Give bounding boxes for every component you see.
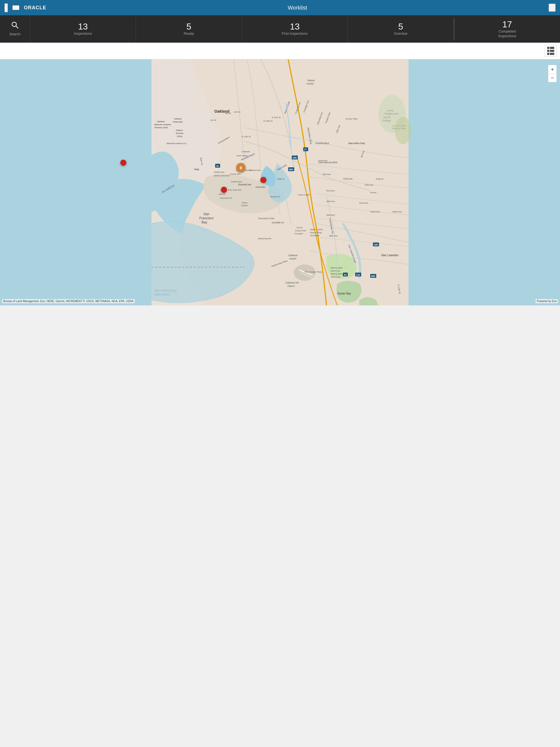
svg-text:73rd Ave: 73rd Ave [343, 177, 353, 180]
svg-text:Golf Links: Golf Links [331, 269, 340, 272]
svg-text:185: 185 [374, 243, 378, 246]
svg-text:112: 112 [356, 274, 360, 276]
svg-text:Airport: Airport [289, 257, 297, 260]
first-inspections-number: 13 [290, 22, 300, 31]
svg-text:Matson: Matson [176, 129, 183, 131]
overdue-number: 5 [399, 22, 403, 31]
svg-text:Corica Golf: Corica Golf [295, 229, 306, 232]
svg-text:Metropolitan: Metropolitan [331, 266, 342, 269]
app-header: ORACLE Worklist [0, 0, 560, 15]
zoom-out-button[interactable]: − [548, 74, 557, 82]
svg-text:E 12th St: E 12th St [242, 135, 251, 138]
svg-text:Alameda: Alameda [255, 186, 265, 188]
svg-text:Ron Cowan Pkwy: Ron Cowan Pkwy [305, 271, 322, 273]
svg-text:70th Ave: 70th Ave [322, 173, 331, 176]
first-inspections-label: First Inspections [282, 31, 308, 36]
svg-text:E 24th St: E 24th St [263, 120, 273, 122]
list-view-button[interactable] [545, 45, 557, 57]
svg-text:Martin Luther: Martin Luther [310, 228, 323, 231]
map-pin-1[interactable] [120, 160, 126, 166]
more-options-button[interactable] [549, 4, 556, 12]
svg-text:880: 880 [289, 168, 293, 171]
map-zoom-controls: + − [548, 65, 557, 82]
svg-text:San Jose Ave: San Jose Ave [228, 189, 241, 191]
svg-text:Francisco: Francisco [199, 216, 213, 220]
svg-text:Shore: Shore [242, 202, 248, 204]
svg-text:Haig: Haig [194, 168, 199, 171]
svg-text:Otis Dr: Otis Dr [219, 193, 225, 196]
svg-text:Pacific Ave: Pacific Ave [214, 171, 225, 173]
svg-text:Metropolitan: Metropolitan [331, 273, 342, 275]
svg-text:Airport: Airport [287, 285, 295, 287]
svg-text:880: 880 [371, 275, 375, 278]
svg-text:90th Ave: 90th Ave [327, 214, 335, 216]
oracle-logo: ORACLE [24, 5, 46, 11]
svg-text:Lions Creek: Lions Creek [298, 194, 310, 196]
inspections-number: 13 [78, 22, 88, 31]
svg-text:77: 77 [304, 148, 307, 151]
ready-stat[interactable]: 5 Ready [136, 15, 242, 43]
toolbar [0, 43, 560, 59]
svg-line-1 [16, 26, 18, 28]
svg-text:Shoreline Park: Shoreline Park [258, 217, 275, 220]
svg-text:92nd Ave: 92nd Ave [359, 202, 368, 204]
svg-text:Alameda-Oakland Fry: Alameda-Oakland Fry [167, 142, 186, 145]
stats-bar: Search 13 Inspections 5 Ready 13 First I… [0, 15, 560, 43]
svg-text:Oakland: Oakland [157, 120, 164, 123]
map-pin-2[interactable] [221, 187, 227, 193]
svg-text:Golf Links: Golf Links [331, 276, 340, 278]
svg-text:San Leandro: San Leandro [381, 254, 399, 257]
search-label: Search [9, 32, 21, 36]
svg-text:3rd St: 3rd St [210, 119, 216, 121]
svg-text:62nd Ave: 62nd Ave [318, 159, 328, 162]
svg-text:National Container: National Container [154, 123, 172, 126]
svg-text:Oakland Intl: Oakland Intl [285, 281, 299, 284]
svg-text:High St: High St [277, 178, 285, 180]
svg-text:85th Ave: 85th Ave [327, 200, 335, 203]
map-container[interactable]: Oakland San Francisco Bay ALAMEDA SAN FR… [0, 59, 560, 305]
svg-text:San: San [203, 212, 209, 216]
svg-text:Holly St: Holly St [376, 178, 383, 180]
map-pin-3[interactable] [260, 177, 266, 183]
svg-text:Shoreline Dr: Shoreline Dr [220, 197, 232, 199]
first-inspections-stat[interactable]: 13 First Inspections [242, 15, 348, 43]
svg-text:Foothill Blvd: Foothill Blvd [315, 142, 329, 145]
svg-text:Shoreline: Shoreline [310, 234, 320, 237]
ready-number: 5 [186, 22, 192, 31]
menu-button[interactable] [12, 5, 19, 10]
svg-text:Clement Ave: Clement Ave [249, 169, 261, 172]
svg-text:Encinal Ave: Encinal Ave [238, 183, 251, 186]
svg-text:E 21st St: E 21st St [272, 116, 281, 119]
svg-text:Terminal: Terminal [176, 132, 183, 134]
svg-text:Nature: Nature [307, 79, 315, 82]
svg-text:Terminal (SSA): Terminal (SSA) [154, 126, 168, 129]
back-button[interactable] [4, 3, 8, 12]
svg-text:Oakland: Oakland [242, 150, 250, 153]
overdue-label: Overdue [394, 31, 407, 36]
svg-text:Lincoln Ave: Lincoln Ave [229, 173, 240, 175]
svg-text:Center: Center [307, 82, 314, 85]
list-view-icon [547, 47, 554, 55]
completed-stat[interactable]: 17 CompletedInspections [455, 15, 560, 43]
completed-label: CompletedInspections [498, 29, 516, 38]
svg-text:61: 61 [344, 274, 347, 276]
svg-text:Oakland: Oakland [288, 254, 298, 257]
map-powered-by: Powered by Esri [536, 299, 558, 303]
zoom-in-button[interactable]: + [548, 65, 557, 74]
overdue-stat[interactable]: 5 Overdue [348, 15, 454, 43]
svg-text:61: 61 [216, 164, 219, 168]
svg-text:Oyster Bay: Oyster Bay [337, 292, 351, 295]
svg-text:Complex: Complex [295, 232, 303, 235]
map-pin-cluster[interactable]: 8 [236, 163, 246, 172]
svg-text:(SSA): (SSA) [177, 135, 183, 137]
map-attribution: Bureau of Land Management, Esri, HERE, G… [2, 299, 134, 303]
inspections-stat[interactable]: 13 Inspections [30, 15, 136, 43]
svg-text:Santa Clara Ave: Santa Clara Ave [214, 175, 230, 177]
ready-label: Ready [184, 31, 194, 36]
svg-text:Mound St: Mound St [271, 196, 280, 198]
inspections-label: Inspections [74, 31, 92, 36]
search-stat[interactable]: Search [0, 15, 30, 43]
svg-text:Oakland: Oakland [174, 118, 182, 120]
search-icon [11, 21, 19, 31]
svg-text:Doolittle Dr: Doolittle Dr [272, 221, 284, 224]
